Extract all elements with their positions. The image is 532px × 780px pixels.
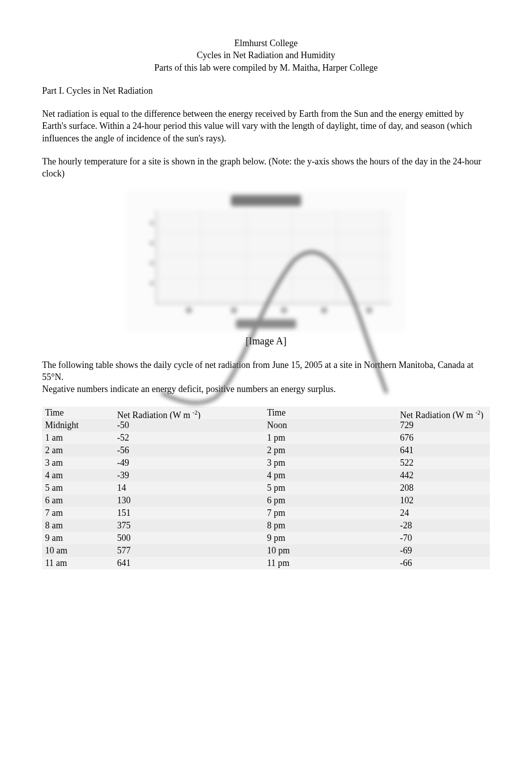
- table-row: 151: [114, 507, 264, 519]
- header-line-3: Parts of this lab were compiled by M. Ma…: [42, 62, 490, 74]
- table-row: 4 pm: [264, 469, 397, 482]
- table-row: 9 pm: [264, 532, 397, 544]
- x-tick: [186, 307, 192, 313]
- table-row: 102: [397, 494, 490, 507]
- table-row: 3 am: [42, 457, 114, 469]
- table-row: 442: [397, 469, 490, 482]
- graph-xlabel-blur: [236, 319, 296, 328]
- section-title: Part I. Cycles in Net Radiation: [42, 85, 490, 97]
- table-row: 8 pm: [264, 519, 397, 532]
- header-suffix: ): [480, 410, 483, 420]
- table-row: -39: [114, 469, 264, 482]
- table-row: 10 am: [42, 544, 114, 557]
- y-tick: [150, 281, 154, 285]
- y-tick: [150, 261, 154, 265]
- table-row: -49: [114, 457, 264, 469]
- table-row: 9 am: [42, 532, 114, 544]
- table-row: 500: [114, 532, 264, 544]
- table-row: 375: [114, 519, 264, 532]
- col-time-left: Time Midnight 1 am 2 am 3 am 4 am 5 am 6…: [42, 407, 114, 569]
- table-row: -69: [397, 544, 490, 557]
- document-header: Elmhurst College Cycles in Net Radiation…: [42, 37, 490, 74]
- temperature-graph: [126, 191, 406, 331]
- table-row: 8 am: [42, 519, 114, 532]
- table-row: 5 am: [42, 482, 114, 494]
- table-row: 641: [397, 444, 490, 457]
- table-row: 4 am: [42, 469, 114, 482]
- header-exp: -2: [475, 409, 480, 416]
- table-row: -66: [397, 557, 490, 569]
- table-row: 130: [114, 494, 264, 507]
- graph-title-blur: [231, 195, 301, 206]
- header-prefix: Net Radiation (W m: [400, 410, 475, 420]
- paragraph-intro: Net radiation is equal to the difference…: [42, 108, 490, 144]
- table-row: 577: [114, 544, 264, 557]
- table-row: 676: [397, 432, 490, 444]
- table-row: 11 am: [42, 557, 114, 569]
- table-header-time-left: Time: [42, 407, 114, 419]
- table-row: 6 am: [42, 494, 114, 507]
- table-row: 1 am: [42, 432, 114, 444]
- y-tick: [150, 221, 154, 225]
- x-tick: [231, 307, 237, 313]
- graph-plot-area: [156, 210, 391, 304]
- table-row: -28: [397, 519, 490, 532]
- x-tick: [366, 307, 372, 313]
- col-value-right: Net Radiation (W m -2) 729 676 641 522 4…: [397, 407, 490, 569]
- table-row: Midnight: [42, 419, 114, 432]
- header-line-1: Elmhurst College: [42, 37, 490, 49]
- paragraph-graph-note: The hourly temperature for a site is sho…: [42, 155, 490, 180]
- table-row: -56: [114, 444, 264, 457]
- table-row: 10 pm: [264, 544, 397, 557]
- table-row: 3 pm: [264, 457, 397, 469]
- table-row: 522: [397, 457, 490, 469]
- table-row: 11 pm: [264, 557, 397, 569]
- x-tick: [321, 307, 327, 313]
- x-tick: [281, 307, 287, 313]
- table-header-value-right: Net Radiation (W m -2): [397, 407, 490, 419]
- header-line-2: Cycles in Net Radiation and Humidity: [42, 49, 490, 61]
- table-row: -70: [397, 532, 490, 544]
- table-row: 2 am: [42, 444, 114, 457]
- table-row: 24: [397, 507, 490, 519]
- table-row: 14: [114, 482, 264, 494]
- graph-container: [42, 191, 490, 331]
- table-row: 641: [114, 557, 264, 569]
- table-row: 7 am: [42, 507, 114, 519]
- table-row: 208: [397, 482, 490, 494]
- table-row: 5 pm: [264, 482, 397, 494]
- table-row: 6 pm: [264, 494, 397, 507]
- table-row: 2 pm: [264, 444, 397, 457]
- y-tick: [150, 241, 154, 245]
- table-row: 729: [397, 419, 490, 432]
- table-row: 7 pm: [264, 507, 397, 519]
